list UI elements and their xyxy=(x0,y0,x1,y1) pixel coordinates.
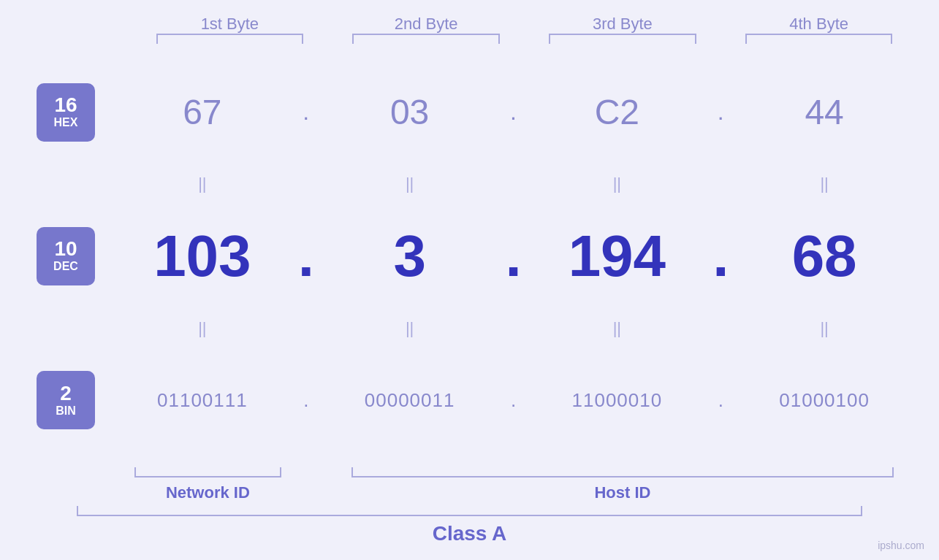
bracket-top-2 xyxy=(328,34,525,44)
dec-badge: 10 DEC xyxy=(37,227,95,285)
bracket-top-4 xyxy=(721,34,917,44)
byte2-label: 2nd Byte xyxy=(328,15,525,34)
dec-byte2: 3 xyxy=(317,223,503,290)
dec-byte3: 194 xyxy=(525,223,710,290)
bin-row: 2 BIN 01100111 . 00000011 . 11000010 . 0… xyxy=(22,340,917,461)
bin-byte3: 11000010 xyxy=(525,389,710,412)
dec-value-3: 194 xyxy=(569,223,666,290)
bin-badge-label: BIN xyxy=(56,404,76,418)
eq2-3: || xyxy=(525,319,710,338)
bin-byte2: 00000011 xyxy=(317,389,503,412)
hex-dot-2: . xyxy=(503,99,525,126)
bin-value-2: 00000011 xyxy=(365,389,455,412)
bin-dot-2: . xyxy=(503,389,525,412)
top-brackets-row xyxy=(22,34,917,44)
hex-byte3: C2 xyxy=(525,92,710,132)
class-bracket-line xyxy=(77,506,862,516)
bin-byte1: 01100111 xyxy=(110,389,295,412)
equals-row-2: || || || || xyxy=(22,318,917,340)
hex-value-2: 03 xyxy=(390,92,429,132)
network-id-label: Network ID xyxy=(166,483,250,502)
dec-row: 10 DEC 103 . 3 . 194 . 68 xyxy=(22,195,917,317)
hex-badge: 16 HEX xyxy=(37,83,95,142)
host-id-bracket: Host ID xyxy=(328,467,917,502)
dec-bytes-area: 103 . 3 . 194 . 68 xyxy=(110,223,917,290)
byte1-label: 1st Byte xyxy=(132,15,328,34)
byte4-label: 4th Byte xyxy=(721,15,917,34)
eq1-4: || xyxy=(731,174,917,193)
bin-value-4: 01000100 xyxy=(779,389,870,412)
eq1-1: || xyxy=(110,174,295,193)
bracket-line-top-1 xyxy=(156,34,304,44)
host-id-label: Host ID xyxy=(594,483,650,502)
byte3-label: 3rd Byte xyxy=(525,15,721,34)
hex-value-4: 44 xyxy=(805,92,843,132)
hex-byte4: 44 xyxy=(731,92,917,132)
bin-badge-container: 2 BIN xyxy=(22,371,110,429)
eq1-2: || xyxy=(317,174,503,193)
network-bracket-line xyxy=(134,467,282,477)
dec-badge-number: 10 xyxy=(54,239,77,259)
hex-value-3: C2 xyxy=(595,92,639,132)
equals-row-1: || || || || xyxy=(22,173,917,195)
eq2-4: || xyxy=(731,319,917,338)
dec-dot-1: . xyxy=(295,223,317,290)
hex-value-1: 67 xyxy=(183,92,221,132)
class-row: Class A xyxy=(22,506,917,545)
eq1-3: || xyxy=(525,174,710,193)
bin-dot-3: . xyxy=(710,389,731,412)
bin-badge: 2 BIN xyxy=(37,371,95,429)
bracket-line-top-2 xyxy=(352,34,500,44)
dec-value-2: 3 xyxy=(393,223,426,290)
byte-labels-row: 1st Byte 2nd Byte 3rd Byte 4th Byte xyxy=(22,15,917,34)
bracket-line-top-3 xyxy=(549,34,696,44)
hex-dot-3: . xyxy=(710,99,731,126)
hex-badge-container: 16 HEX xyxy=(22,83,110,142)
hex-badge-number: 16 xyxy=(54,95,77,115)
bin-value-3: 11000010 xyxy=(572,389,663,412)
hex-badge-label: HEX xyxy=(54,115,78,129)
dec-value-4: 68 xyxy=(792,223,857,290)
dec-byte4: 68 xyxy=(731,223,917,290)
bracket-line-top-4 xyxy=(745,34,893,44)
bracket-dot-spacer-1 xyxy=(306,467,328,502)
dec-value-1: 103 xyxy=(153,223,251,290)
id-brackets-row: Network ID Host ID xyxy=(22,467,917,502)
hex-row: 16 HEX 67 . 03 . C2 . 44 xyxy=(22,51,917,173)
bin-bytes-area: 01100111 . 00000011 . 11000010 . 0100010… xyxy=(110,389,917,412)
eq2-1: || xyxy=(110,319,295,338)
dec-byte1: 103 xyxy=(110,223,295,290)
hex-byte1: 67 xyxy=(110,92,295,132)
hex-bytes-area: 67 . 03 . C2 . 44 xyxy=(110,92,917,132)
hex-byte2: 03 xyxy=(317,92,503,132)
network-id-bracket: Network ID xyxy=(110,467,306,502)
bin-byte4: 01000100 xyxy=(731,389,917,412)
bin-value-1: 01100111 xyxy=(157,389,248,412)
dec-badge-label: DEC xyxy=(53,259,78,273)
dec-dot-2: . xyxy=(503,223,525,290)
bracket-top-3 xyxy=(525,34,721,44)
bracket-top-1 xyxy=(132,34,328,44)
dec-dot-3: . xyxy=(710,223,731,290)
watermark: ipshu.com xyxy=(878,540,924,551)
class-label: Class A xyxy=(433,522,507,545)
bin-dot-1: . xyxy=(295,389,317,412)
dec-badge-container: 10 DEC xyxy=(22,227,110,285)
eq2-2: || xyxy=(317,319,503,338)
hex-dot-1: . xyxy=(295,99,317,126)
host-bracket-line xyxy=(351,467,894,477)
bin-badge-number: 2 xyxy=(60,383,72,404)
main-container: 1st Byte 2nd Byte 3rd Byte 4th Byte 16 H… xyxy=(0,0,939,560)
